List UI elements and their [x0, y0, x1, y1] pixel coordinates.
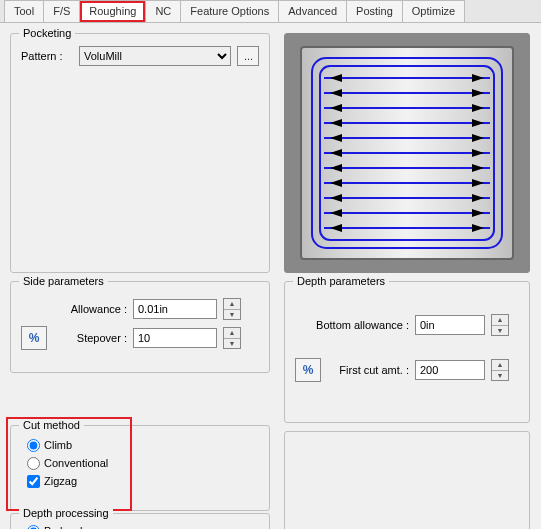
- pattern-browse-button[interactable]: ...: [237, 46, 259, 66]
- input-first-cut[interactable]: [415, 360, 485, 380]
- svg-marker-24: [330, 149, 342, 157]
- svg-marker-27: [472, 179, 484, 187]
- svg-marker-21: [472, 134, 484, 142]
- label-stepover: Stepover :: [53, 332, 127, 344]
- checkbox-zigzag[interactable]: [27, 475, 40, 488]
- radio-climb[interactable]: [27, 439, 40, 452]
- tab-roughing[interactable]: Roughing: [79, 0, 146, 22]
- tab-fs[interactable]: F/S: [43, 0, 80, 22]
- tabstrip: Tool F/S Roughing NC Feature Options Adv…: [0, 0, 541, 23]
- label-zigzag: Zigzag: [44, 475, 77, 487]
- svg-marker-15: [472, 89, 484, 97]
- group-side-parameters: Side parameters Allowance : ▲ ▼ % Stepov…: [10, 281, 270, 373]
- tab-posting[interactable]: Posting: [346, 0, 403, 22]
- spinner-first-cut[interactable]: ▲ ▼: [491, 359, 509, 381]
- spinner-down-icon[interactable]: ▼: [224, 339, 240, 349]
- spinner-up-icon[interactable]: ▲: [492, 360, 508, 371]
- label-first-cut: First cut amt. :: [327, 364, 409, 376]
- label-pattern: Pattern :: [21, 50, 73, 62]
- radio-conventional[interactable]: [27, 457, 40, 470]
- legend-depth-processing: Depth processing: [19, 507, 113, 519]
- svg-marker-16: [330, 89, 342, 97]
- svg-marker-28: [330, 179, 342, 187]
- percent-button-depth[interactable]: %: [295, 358, 321, 382]
- legend-side-parameters: Side parameters: [19, 275, 108, 287]
- group-depth-parameters: Depth parameters Bottom allowance : ▲ ▼ …: [284, 281, 530, 423]
- tab-feature-options[interactable]: Feature Options: [180, 0, 279, 22]
- svg-marker-19: [472, 119, 484, 127]
- pattern-select[interactable]: VoluMill: [79, 46, 231, 66]
- tab-optimize[interactable]: Optimize: [402, 0, 465, 22]
- label-allowance: Allowance :: [21, 303, 127, 315]
- tab-nc[interactable]: NC: [145, 0, 181, 22]
- label-by-level: By level: [44, 525, 83, 529]
- svg-marker-30: [330, 194, 342, 202]
- svg-marker-22: [330, 134, 342, 142]
- spinner-allowance[interactable]: ▲ ▼: [223, 298, 241, 320]
- svg-marker-33: [472, 224, 484, 232]
- group-depth-processing: Depth processing By level To depth by re…: [10, 513, 270, 529]
- svg-marker-23: [472, 149, 484, 157]
- group-spacer: [284, 431, 530, 529]
- tab-tool[interactable]: Tool: [4, 0, 44, 22]
- label-bottom-allowance: Bottom allowance :: [295, 319, 409, 331]
- svg-marker-17: [472, 104, 484, 112]
- svg-marker-32: [330, 209, 342, 217]
- spinner-up-icon[interactable]: ▲: [224, 328, 240, 339]
- input-stepover[interactable]: [133, 328, 217, 348]
- group-cut-method: Cut method Climb Conventional Zigzag: [10, 425, 270, 511]
- input-bottom-allowance[interactable]: [415, 315, 485, 335]
- svg-marker-29: [472, 194, 484, 202]
- spinner-bottom-allowance[interactable]: ▲ ▼: [491, 314, 509, 336]
- label-climb: Climb: [44, 439, 72, 451]
- spinner-stepover[interactable]: ▲ ▼: [223, 327, 241, 349]
- toolpath-preview-icon: [300, 46, 514, 260]
- spinner-down-icon[interactable]: ▼: [492, 371, 508, 381]
- svg-marker-25: [472, 164, 484, 172]
- preview-panel: [284, 33, 530, 273]
- label-conventional: Conventional: [44, 457, 108, 469]
- spinner-up-icon[interactable]: ▲: [224, 299, 240, 310]
- spinner-down-icon[interactable]: ▼: [224, 310, 240, 320]
- tab-advanced[interactable]: Advanced: [278, 0, 347, 22]
- radio-by-level[interactable]: [27, 525, 40, 530]
- svg-marker-34: [330, 224, 342, 232]
- spinner-down-icon[interactable]: ▼: [492, 326, 508, 336]
- svg-marker-13: [472, 74, 484, 82]
- percent-button-side[interactable]: %: [21, 326, 47, 350]
- legend-cut-method: Cut method: [19, 419, 84, 431]
- legend-pocketing: Pocketing: [19, 27, 75, 39]
- svg-marker-26: [330, 164, 342, 172]
- spinner-up-icon[interactable]: ▲: [492, 315, 508, 326]
- input-allowance[interactable]: [133, 299, 217, 319]
- svg-marker-20: [330, 119, 342, 127]
- group-pocketing: Pocketing Pattern : VoluMill ...: [10, 33, 270, 273]
- svg-marker-31: [472, 209, 484, 217]
- svg-marker-14: [330, 74, 342, 82]
- legend-depth-parameters: Depth parameters: [293, 275, 389, 287]
- svg-marker-18: [330, 104, 342, 112]
